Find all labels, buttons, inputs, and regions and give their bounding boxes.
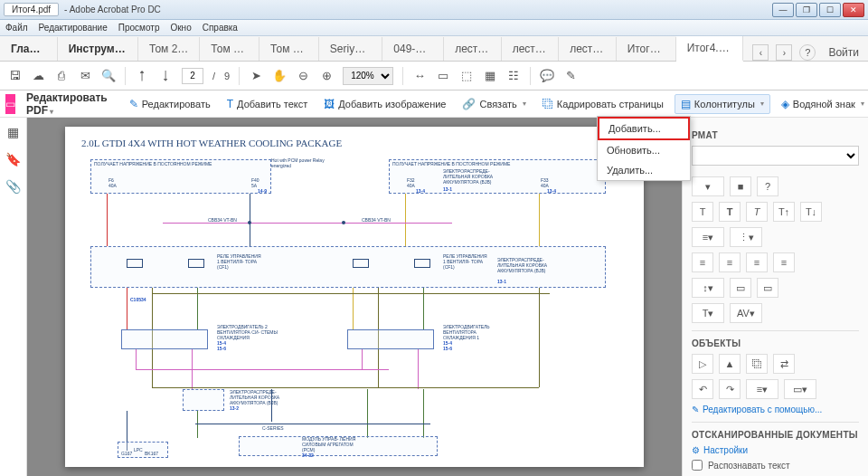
sign-icon[interactable]: ✎ bbox=[563, 69, 578, 83]
window-maximize-button[interactable]: ☐ bbox=[819, 3, 841, 17]
titlebar-app-title: - Adobe Acrobat Pro DC bbox=[64, 5, 772, 14]
window-minimize-button[interactable]: — bbox=[772, 3, 794, 17]
indent-button[interactable]: ▭ bbox=[730, 278, 751, 298]
font-size-select[interactable]: ▾ bbox=[692, 176, 724, 196]
tool-add-image[interactable]: 🖼Добавить изображение bbox=[318, 95, 451, 113]
arrange-select[interactable]: ▭▾ bbox=[784, 379, 816, 399]
crop-button[interactable]: ⿻ bbox=[746, 354, 768, 374]
help-icon[interactable]: ? bbox=[799, 44, 816, 61]
page-down-icon[interactable]: ⭣ bbox=[158, 69, 173, 83]
thumbnails-icon[interactable]: ▦ bbox=[7, 125, 19, 139]
align-right-button[interactable]: ≡ bbox=[746, 252, 768, 272]
spacing-after-select[interactable]: AV▾ bbox=[730, 303, 762, 323]
cloud-icon[interactable]: ☁ bbox=[31, 69, 45, 83]
menu-edit[interactable]: Редактирование bbox=[39, 23, 108, 33]
font-color-button[interactable]: ■ bbox=[730, 176, 751, 196]
schematic-title: 2.0L GTDI 4X4 WITH HOT WEATHER COOLING P… bbox=[81, 138, 627, 148]
tab-next-button[interactable]: › bbox=[776, 44, 792, 61]
bookmarks-icon[interactable]: 🔖 bbox=[5, 152, 21, 167]
number-list-button[interactable]: ⋮▾ bbox=[730, 227, 762, 247]
doc-tab[interactable]: лестни... bbox=[444, 37, 501, 61]
line-spacing-select[interactable]: ↕▾ bbox=[692, 278, 724, 298]
close-icon[interactable]: × bbox=[737, 42, 743, 54]
page-up-icon[interactable]: ⭡ bbox=[135, 69, 149, 83]
edit-pdf-label[interactable]: Редактировать PDF bbox=[26, 91, 108, 117]
zoom-out-icon[interactable]: ⊖ bbox=[296, 69, 310, 83]
tool-headers[interactable]: ▤Колонтитулы bbox=[675, 94, 770, 114]
spacing-before-select[interactable]: T▾ bbox=[692, 303, 724, 323]
doc-tab[interactable]: лестни... bbox=[559, 37, 616, 61]
bullet-list-button[interactable]: ≡▾ bbox=[692, 227, 724, 247]
window-restore-button[interactable]: ❐ bbox=[796, 3, 817, 17]
outdent-button[interactable]: ▭ bbox=[757, 278, 778, 298]
doc-tab-active[interactable]: Итог4.p...× bbox=[676, 36, 744, 62]
pointer-icon[interactable]: ➤ bbox=[249, 69, 263, 83]
fit-page-icon[interactable]: ▭ bbox=[436, 69, 450, 83]
doc-tab[interactable]: лестни... bbox=[502, 37, 559, 61]
align-left-button[interactable]: ≡ bbox=[692, 252, 713, 272]
doc-tab[interactable]: Том 2.2.... bbox=[138, 37, 200, 61]
replace-button[interactable]: ⇄ bbox=[773, 354, 795, 374]
recognize-checkbox[interactable] bbox=[692, 460, 703, 471]
tool-add-text[interactable]: TДобавить текст bbox=[222, 95, 314, 113]
tab-prev-button[interactable]: ‹ bbox=[752, 44, 769, 61]
zoom-in-icon[interactable]: ⊕ bbox=[319, 69, 334, 83]
search-icon[interactable]: 🔍 bbox=[101, 69, 116, 83]
view-mode-icon[interactable]: ⬚ bbox=[459, 69, 474, 83]
doc-tab[interactable]: 049-Р-Х... bbox=[382, 37, 444, 61]
view-mode2-icon[interactable]: ▦ bbox=[483, 69, 497, 83]
text-italic-button[interactable]: T bbox=[746, 202, 768, 222]
menubar: Файл Редактирование Просмотр Окно Справк… bbox=[0, 20, 868, 36]
sch-relay-label: РЕЛЕ УПРАВЛЕНИЯ 1 ВЕНТИЛЯ- ТОРА (CF1) bbox=[217, 253, 262, 270]
window-close-button[interactable]: ✕ bbox=[843, 3, 864, 17]
text-bold-button[interactable]: T bbox=[719, 202, 741, 222]
menu-help[interactable]: Справка bbox=[203, 23, 238, 33]
align-center-button[interactable]: ≡ bbox=[719, 252, 741, 272]
font-select[interactable] bbox=[692, 146, 859, 166]
tool-link[interactable]: 🔗Связать bbox=[457, 95, 531, 113]
rotate-ccw-button[interactable]: ↶ bbox=[692, 379, 713, 399]
menu-view[interactable]: Просмотр bbox=[118, 23, 160, 33]
dropdown-update[interactable]: Обновить... bbox=[598, 140, 690, 160]
tool-watermark[interactable]: ◈Водяной знак bbox=[776, 95, 868, 113]
help-icon[interactable]: ? bbox=[757, 176, 778, 196]
recognize-check[interactable]: Распознавать текст bbox=[692, 460, 859, 471]
doc-tab[interactable]: Seriya_5... bbox=[319, 37, 383, 61]
dropdown-delete[interactable]: Удалить... bbox=[598, 160, 690, 180]
view-mode3-icon[interactable]: ☷ bbox=[506, 69, 521, 83]
fit-width-icon[interactable]: ↔ bbox=[412, 69, 427, 83]
tool-edit[interactable]: ✎Редактировать bbox=[124, 95, 216, 113]
align-objects-select[interactable]: ≡▾ bbox=[746, 379, 778, 399]
align-justify-button[interactable]: ≡ bbox=[773, 252, 795, 272]
hand-icon[interactable]: ✋ bbox=[272, 69, 287, 83]
text-sub-button[interactable]: T↓ bbox=[800, 202, 822, 222]
gear-icon: ⚙ bbox=[692, 445, 700, 455]
login-link[interactable]: Войти bbox=[828, 46, 859, 59]
flip-h-button[interactable]: ▷ bbox=[692, 354, 713, 374]
page-number-input[interactable] bbox=[182, 68, 203, 84]
menu-window[interactable]: Окно bbox=[170, 23, 191, 33]
text-regular-button[interactable]: T bbox=[692, 202, 713, 222]
tab-home[interactable]: Главная bbox=[0, 37, 58, 61]
save-icon[interactable]: 🖫 bbox=[7, 69, 22, 83]
rotate-cw-button[interactable]: ↷ bbox=[719, 379, 741, 399]
doc-tab[interactable]: Том НВ... bbox=[200, 37, 259, 61]
document-viewport[interactable]: 2.0L GTDI 4X4 WITH HOT WEATHER COOLING P… bbox=[27, 118, 682, 476]
wire-pink bbox=[163, 223, 344, 224]
tool-crop[interactable]: ⿻Кадрировать страницы bbox=[537, 95, 669, 113]
comment-icon[interactable]: 💬 bbox=[540, 69, 554, 83]
titlebar-doc-tab[interactable]: Итог4.pdf bbox=[4, 3, 59, 16]
doc-tab[interactable]: Том НВ... bbox=[259, 37, 319, 61]
print-icon[interactable]: ⎙ bbox=[54, 69, 69, 83]
text-super-button[interactable]: T↑ bbox=[773, 202, 795, 222]
zoom-select[interactable]: 120% bbox=[343, 67, 393, 85]
attachments-icon[interactable]: 📎 bbox=[5, 179, 21, 194]
dropdown-add[interactable]: Добавить... bbox=[598, 117, 690, 140]
doc-tab[interactable]: Итог3.p... bbox=[617, 37, 676, 61]
flip-v-button[interactable]: ▲ bbox=[719, 354, 741, 374]
mail-icon[interactable]: ✉ bbox=[78, 69, 92, 83]
tab-tools[interactable]: Инструменты bbox=[58, 37, 138, 61]
menu-file[interactable]: Файл bbox=[5, 23, 28, 33]
edit-with-link[interactable]: ✎Редактировать с помощью... bbox=[692, 405, 859, 414]
settings-link[interactable]: ⚙Настройки bbox=[692, 445, 859, 455]
